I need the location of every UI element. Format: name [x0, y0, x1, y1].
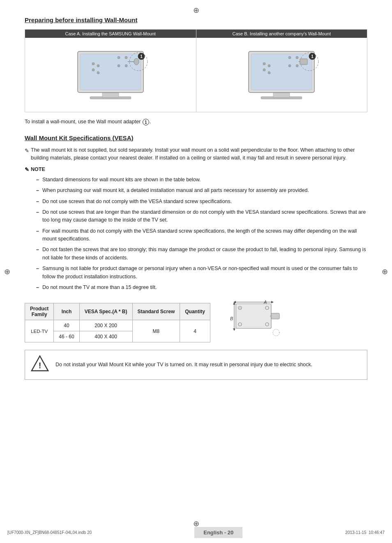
cell-led-tv: LED-TV — [25, 320, 54, 342]
footer-center: English - 20 — [194, 527, 242, 538]
case-b-svg: 1 — [236, 43, 327, 107]
footer-right: 2013-11-15 ￼ 10:46:47 — [345, 530, 385, 535]
pencil-icon: ✎ — [25, 147, 29, 155]
case-a-header: Case A. Installing the SAMSUNG Wall-Moun… — [25, 30, 196, 38]
case-a-box: Case A. Installing the SAMSUNG Wall-Moun… — [25, 30, 196, 112]
vesa-table: ProductFamily Inch VESA Spec.(A * B) Sta… — [25, 303, 210, 342]
svg-rect-42 — [236, 304, 271, 328]
table-diagram-row: ProductFamily Inch VESA Spec.(A * B) Sta… — [25, 297, 367, 342]
svg-point-24 — [288, 56, 291, 59]
svg-rect-3 — [80, 54, 141, 90]
case-a-image: 1 — [25, 38, 196, 112]
warning-text: Do not install your Wall Mount Kit while… — [55, 361, 312, 369]
th-standard-screw: Standard Screw — [132, 303, 180, 320]
cell-4: 4 — [180, 320, 210, 342]
note-pencil-icon: ✎ — [25, 166, 29, 173]
svg-point-16 — [97, 72, 99, 74]
reg-mark-top: ⊕ — [193, 6, 199, 15]
table-row-1: LED-TV 40 200 X 200 M8 4 — [25, 320, 210, 331]
case-b-box: Case B. Installing another company's Wal… — [196, 30, 367, 112]
svg-marker-41 — [233, 328, 235, 331]
svg-marker-38 — [271, 301, 274, 303]
cases-container: Case A. Installing the SAMSUNG Wall-Moun… — [25, 29, 367, 112]
th-inch: Inch — [54, 303, 79, 320]
section2-title: Wall Mount Kit Specifications (VESA) — [25, 134, 367, 141]
svg-text:B: B — [230, 316, 233, 321]
svg-point-31 — [263, 69, 265, 71]
case-b-header: Case B. Installing another company's Wal… — [196, 30, 367, 38]
svg-point-33 — [268, 72, 270, 74]
circle-num-1: 1 — [143, 119, 149, 125]
cell-m8: M8 — [132, 320, 180, 342]
footer-left: [UF7000-XN_ZF]BN68-04851F-04L04.indb 20 — [7, 530, 92, 535]
svg-point-6 — [118, 65, 120, 67]
case-b-image: 1 — [196, 38, 367, 112]
cell-400x400: 400 X 400 — [79, 331, 132, 342]
svg-point-27 — [296, 65, 298, 67]
info-paragraph: ✎ The wall mount kit is not supplied, bu… — [25, 146, 367, 162]
bullet-item-4: – Do not use screws that are longer than… — [36, 208, 367, 224]
svg-point-30 — [263, 62, 265, 65]
vesa-diagram-svg: A B — [223, 299, 284, 338]
reg-mark-right: ⊕ — [382, 267, 388, 276]
cell-40: 40 — [54, 320, 79, 331]
reg-mark-left: ⊕ — [4, 267, 10, 276]
warning-icon: ! — [31, 354, 49, 375]
svg-point-25 — [288, 65, 291, 67]
th-quantity: Quantity — [180, 303, 210, 320]
bullet-item-5: – For wall mounts that do not comply wit… — [36, 227, 367, 243]
bullet-list: – Standard dimensions for wall mount kit… — [36, 176, 367, 292]
warning-box: ! Do not install your Wall Mount Kit whi… — [25, 350, 367, 380]
svg-rect-22 — [300, 59, 307, 65]
bullet-item-3: – Do not use screws that do not comply w… — [36, 198, 367, 206]
footer: [UF7000-XN_ZF]BN68-04851F-04L04.indb 20 … — [0, 527, 392, 538]
reg-mark-bottom: ⊕ — [193, 519, 199, 528]
svg-text:1: 1 — [311, 54, 314, 59]
cell-200x200: 200 X 200 — [79, 320, 132, 331]
svg-point-26 — [296, 56, 298, 59]
install-note: To install a wall-mount, use the Wall mo… — [25, 119, 367, 125]
svg-point-32 — [268, 65, 270, 67]
warning-triangle-svg: ! — [31, 354, 49, 372]
th-product-family: ProductFamily — [25, 303, 54, 320]
svg-point-50 — [273, 329, 279, 336]
note-label: ✎ NOTE — [25, 166, 367, 173]
svg-rect-49 — [271, 313, 279, 319]
svg-point-15 — [97, 65, 99, 67]
svg-point-8 — [125, 65, 127, 67]
svg-text:!: ! — [39, 361, 42, 370]
bullet-item-7: – Samsung is not liable for product dama… — [36, 265, 367, 281]
svg-point-10 — [134, 58, 139, 65]
bullet-item-8: – Do not mount the TV at more than a 15 … — [36, 284, 367, 291]
svg-point-7 — [125, 56, 127, 59]
th-vesa-spec: VESA Spec.(A * B) — [79, 303, 132, 320]
svg-point-13 — [92, 62, 95, 65]
section1-title: Preparing before installing Wall-Mount — [25, 16, 367, 23]
bullet-item-2: – When purchasing our wall mount kit, a … — [36, 187, 367, 194]
svg-point-14 — [92, 69, 95, 71]
bullet-item-6: – Do not fasten the screws that are too … — [36, 246, 367, 262]
cell-46-60: 46 - 60 — [54, 331, 79, 342]
svg-point-5 — [118, 56, 120, 59]
bullet-item-1: – Standard dimensions for wall mount kit… — [36, 176, 367, 184]
svg-text:1: 1 — [140, 54, 143, 59]
case-a-svg: 1 — [65, 43, 156, 107]
